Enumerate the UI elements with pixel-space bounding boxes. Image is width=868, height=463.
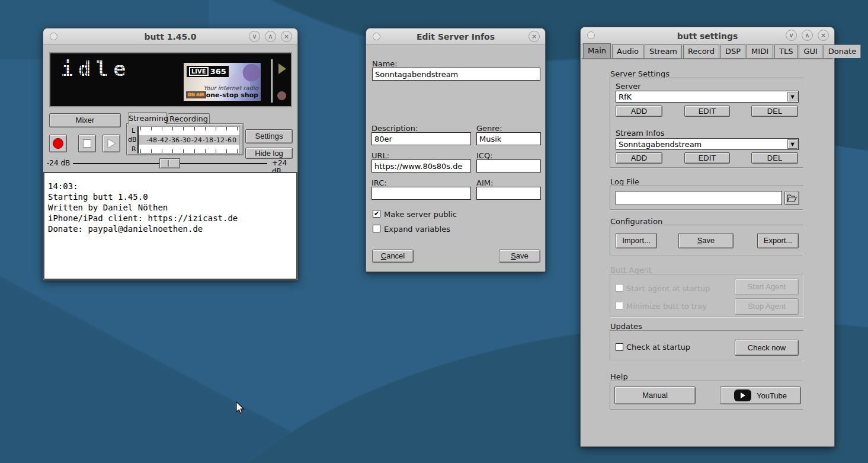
window-title: butt settings [677,31,738,41]
import-button[interactable]: Import... [616,233,657,248]
irc-label: IRC: [371,178,387,187]
shade-icon[interactable]: ∨ [249,31,260,42]
edit-server-infos-dialog: Edit Server Infos × Name: Description: G… [366,28,546,272]
folder-icon [787,194,797,202]
ad-tagline-1: Your internet radio [203,85,258,91]
unshade-icon[interactable]: ∧ [265,31,276,42]
volume-min-label: -24 dB [47,159,70,167]
browse-log-file-button[interactable] [784,191,799,205]
server-dropdown[interactable]: RfK ▼ [616,91,799,103]
genre-label: Genre: [476,124,502,133]
butt-agent-section-label: Butt Agent [610,266,652,274]
stop-button[interactable] [78,135,96,152]
meter-scale-numbers: -48 -42 -36 -30 -24 -18 -12 -6 0 [139,135,239,145]
server-edit-button[interactable]: EDIT [684,106,730,117]
chevron-down-icon[interactable]: ▼ [787,139,797,149]
check-now-button[interactable]: Check now [735,340,799,356]
aim-label: AIM: [476,178,493,187]
tab-tls[interactable]: TLS [774,44,797,58]
help-section-label: Help [610,372,628,381]
stream-add-button[interactable]: ADD [616,152,662,164]
close-icon[interactable]: × [281,31,292,42]
check-at-startup-label: Check at startup [626,343,690,352]
unshade-icon[interactable]: ∧ [802,30,813,41]
chevron-down-icon[interactable]: ▼ [787,92,797,101]
log-file-field[interactable] [616,191,782,205]
manual-button[interactable]: Manual [614,387,696,404]
make-server-public-checkbox[interactable]: ✔ [373,210,380,218]
youtube-button[interactable]: YouTube [720,387,801,404]
server-del-button[interactable]: DEL [751,106,798,117]
start-agent-button: Start Agent [735,279,799,295]
tab-gui[interactable]: GUI [799,44,822,58]
window-menu-icon[interactable] [373,33,380,40]
shade-icon[interactable]: ∨ [786,30,797,41]
tab-audio[interactable]: Audio [612,44,643,58]
ad-status-dot-icon[interactable] [277,91,286,100]
youtube-icon [734,389,751,401]
log-line: Starting butt 1.45.0 [48,191,293,202]
updates-group: Check at startup Check now [610,330,803,360]
log-file-section-label: Log File [610,177,639,186]
play-button[interactable] [103,135,120,152]
icq-field[interactable] [476,159,541,173]
window-menu-icon[interactable] [587,31,595,39]
settings-tabbar: Main Audio Stream Record DSP MIDI TLS GU… [582,46,833,59]
close-icon[interactable]: × [818,30,829,41]
irc-field[interactable] [371,187,471,200]
stream-edit-button[interactable]: EDIT [684,152,730,164]
butt-settings-window: butt settings ∨ ∧ × Main Audio Stream Re… [580,27,835,447]
save-button[interactable]: Save [499,250,540,263]
stop-agent-button: Stop Agent [735,298,799,315]
live365-ad-banner[interactable]: LIVE 365 Your internet radio one-stop sh… [184,63,261,101]
hide-log-button[interactable]: Hide log [245,148,293,159]
tab-main[interactable]: Main [583,43,611,58]
window-menu-icon[interactable] [50,33,57,40]
meter-db-label: dB [128,136,137,143]
mixer-button[interactable]: Mixer [49,113,121,127]
start-agent-at-startup-checkbox [616,284,623,292]
url-field[interactable] [371,159,471,173]
tab-donate[interactable]: Donate [824,44,861,58]
export-button[interactable]: Export... [757,233,799,248]
config-save-button[interactable]: Save [678,233,734,248]
log-line: iPhone/iPad client: https://izicast.de [48,213,293,223]
close-icon[interactable]: × [529,31,540,42]
window-title: Edit Server Infos [417,32,495,41]
cancel-button[interactable]: Cancel [372,250,414,263]
stream-del-button[interactable]: DEL [751,152,798,164]
aim-field[interactable] [476,187,541,200]
expand-variables-checkbox[interactable] [373,225,380,232]
tab-record[interactable]: Record [683,44,719,58]
meter-left-label: L [132,127,135,135]
stream-infos-label: Stream Infos [616,129,665,138]
lcd-dot-matrix-overlay [57,56,140,88]
tab-midi[interactable]: MIDI [747,44,773,58]
genre-field[interactable] [476,132,541,145]
log-line: 14:03: [48,181,293,191]
stream-infos-dropdown[interactable]: Sonntagabendstream ▼ [616,138,799,150]
tab-dsp[interactable]: DSP [720,44,745,58]
meter-scale: -48 -42 -36 -30 -24 -18 -12 -6 0 [137,126,240,154]
record-button[interactable] [49,135,67,152]
log-line: Written by Daniel Nöthen [48,202,293,213]
edit-dialog-titlebar[interactable]: Edit Server Infos × [366,28,545,45]
settings-button[interactable]: Settings [245,129,293,143]
tab-stream[interactable]: Stream [645,44,682,58]
name-label: Name: [372,59,398,68]
ad-tagline-2: one-stop shop [206,91,258,99]
description-field[interactable] [371,132,471,145]
name-field[interactable] [372,68,540,81]
butt-titlebar[interactable]: butt 1.45.0 ∨ ∧ × [43,28,297,45]
log-file-group [610,186,803,210]
window-title: butt 1.45.0 [145,32,197,41]
tab-streaming[interactable]: Streaming [128,112,166,124]
settings-titlebar[interactable]: butt settings ∨ ∧ × [581,27,834,45]
volume-slider-thumb[interactable] [159,158,180,168]
log-output[interactable]: 14:03: Starting butt 1.45.0 Written by D… [43,172,297,280]
ad-play-icon[interactable] [278,63,286,74]
server-add-button[interactable]: ADD [616,106,662,117]
live365-logo: LIVE 365 [187,66,229,77]
butt-main-window: butt 1.45.0 ∨ ∧ × idle LIVE 365 Your int… [43,28,298,280]
check-at-startup-checkbox[interactable] [616,343,623,351]
